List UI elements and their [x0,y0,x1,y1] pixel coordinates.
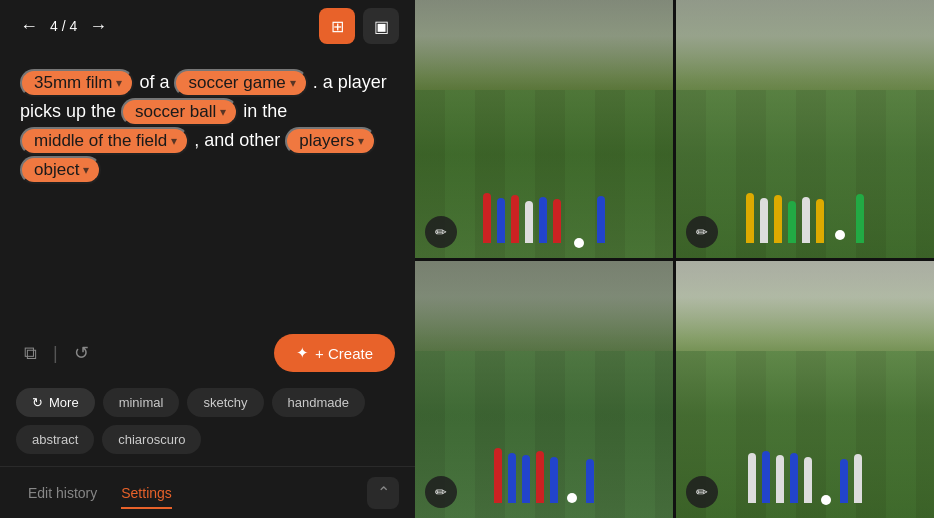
prompt-connector3: , and other [194,130,285,150]
soccer-image-1 [415,0,673,258]
tag-ball-chevron-icon: ▾ [220,105,226,119]
tag-players-button[interactable]: players ▾ [285,127,376,155]
tab-settings[interactable]: Settings [109,477,184,509]
action-row: ⧉ | ↺ ✦ + Create [0,326,415,384]
tag-game-chevron-icon: ▾ [290,76,296,90]
tag-object-button[interactable]: object ▾ [20,156,101,184]
edit-button-1[interactable]: ✏ [425,216,457,248]
tag-field-label: middle of the field [34,131,167,151]
expand-button[interactable]: ⌃ [367,477,399,509]
tag-field-button[interactable]: middle of the field ▾ [20,127,189,155]
expand-icon: ⌃ [377,483,390,502]
edit-icon-3: ✏ [435,484,447,500]
nav-right: ⊞ ▣ [319,8,399,44]
prompt-area: 35mm film ▾ of a soccer game ▾ . a playe… [0,52,415,326]
layout-button[interactable]: ▣ [363,8,399,44]
refresh-button[interactable]: ↺ [70,338,93,368]
edit-button-4[interactable]: ✏ [686,476,718,508]
tag-film-label: 35mm film [34,73,112,93]
tag-players-chevron-icon: ▾ [358,134,364,148]
tab-edit-history-label: Edit history [28,485,97,501]
edit-icon-4: ✏ [696,484,708,500]
page-counter: 4 / 4 [50,18,77,34]
soccer-image-2 [676,0,934,258]
prompt-prefix: of a [139,72,174,92]
tag-game-button[interactable]: soccer game ▾ [174,69,307,97]
image-cell-1: ✏ [415,0,673,258]
create-plus-icon: ✦ [296,344,309,362]
style-more-label: More [49,395,79,410]
nav-left: ← 4 / 4 → [16,12,111,41]
refresh-icon: ↺ [74,343,89,363]
tag-field-chevron-icon: ▾ [171,134,177,148]
figures-1 [415,0,673,258]
bottom-bar: Edit history Settings ⌃ [0,466,415,518]
tab-settings-label: Settings [121,485,172,501]
prompt-connector2: in the [243,101,287,121]
style-row: ↻ More minimal sketchy handmade abstract… [0,384,415,466]
divider: | [53,343,58,364]
style-sketchy-button[interactable]: sketchy [187,388,263,417]
top-bar: ← 4 / 4 → ⊞ ▣ [0,0,415,52]
style-chiaroscuro-label: chiaroscuro [118,432,185,447]
more-refresh-icon: ↻ [32,395,43,410]
grid-view-button[interactable]: ⊞ [319,8,355,44]
tag-film-chevron-icon: ▾ [116,76,122,90]
tag-game-label: soccer game [188,73,285,93]
tag-ball-label: soccer ball [135,102,216,122]
image-cell-3: ✏ [415,261,673,519]
copy-icon: ⧉ [24,343,37,363]
tag-ball-button[interactable]: soccer ball ▾ [121,98,238,126]
soccer-image-4 [676,261,934,519]
style-chiaroscuro-button[interactable]: chiaroscuro [102,425,201,454]
tab-edit-history[interactable]: Edit history [16,477,109,509]
tag-film-button[interactable]: 35mm film ▾ [20,69,134,97]
tag-players-label: players [299,131,354,151]
edit-button-2[interactable]: ✏ [686,216,718,248]
grid-icon: ⊞ [331,17,344,36]
style-minimal-label: minimal [119,395,164,410]
style-more-button[interactable]: ↻ More [16,388,95,417]
tag-object-chevron-icon: ▾ [83,163,89,177]
edit-icon-1: ✏ [435,224,447,240]
layout-icon: ▣ [374,17,389,36]
tag-object-label: object [34,160,79,180]
copy-button[interactable]: ⧉ [20,339,41,368]
edit-button-3[interactable]: ✏ [425,476,457,508]
figures-4 [676,261,934,519]
style-sketchy-label: sketchy [203,395,247,410]
figures-3 [415,261,673,519]
image-cell-2: ✏ [676,0,934,258]
create-button[interactable]: ✦ + Create [274,334,395,372]
style-abstract-button[interactable]: abstract [16,425,94,454]
edit-icon-2: ✏ [696,224,708,240]
soccer-image-3 [415,261,673,519]
create-label: + Create [315,345,373,362]
prompt-text: 35mm film ▾ of a soccer game ▾ . a playe… [20,68,395,184]
style-minimal-button[interactable]: minimal [103,388,180,417]
bottom-tabs: Edit history Settings [16,477,184,509]
right-panel: ✏ ✏ [415,0,934,518]
style-abstract-label: abstract [32,432,78,447]
figures-2 [676,0,934,258]
left-panel: ← 4 / 4 → ⊞ ▣ 35mm film ▾ of a soccer ga… [0,0,415,518]
image-cell-4: ✏ [676,261,934,519]
nav-back-button[interactable]: ← [16,12,42,41]
style-handmade-label: handmade [288,395,349,410]
nav-forward-button[interactable]: → [85,12,111,41]
action-icons: ⧉ | ↺ [20,338,93,368]
style-handmade-button[interactable]: handmade [272,388,365,417]
